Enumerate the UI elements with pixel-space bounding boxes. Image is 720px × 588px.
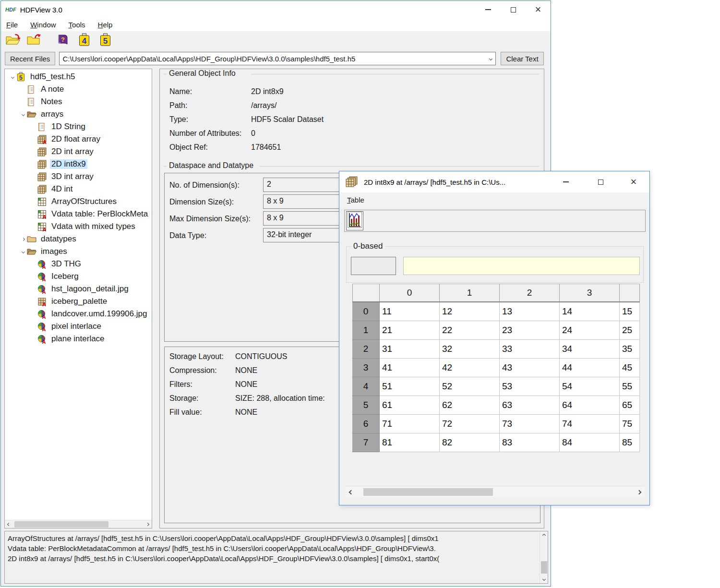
tree-horizontal-scrollbar[interactable] — [5, 520, 152, 528]
tree-item[interactable]: 3D int array — [5, 170, 152, 183]
minimize-button[interactable] — [476, 1, 501, 18]
table-cell[interactable]: 45 — [620, 359, 640, 377]
row-header[interactable]: 0 — [352, 302, 380, 321]
row-header[interactable]: 4 — [352, 377, 380, 396]
table-cell[interactable]: 23 — [500, 321, 560, 340]
open-file-button[interactable] — [5, 33, 21, 48]
table-cell[interactable]: 52 — [440, 377, 500, 396]
scroll-right-button[interactable] — [144, 520, 152, 528]
column-header[interactable]: 2 — [500, 284, 560, 301]
file-path-input[interactable] — [60, 52, 482, 65]
line-plot-button[interactable] — [346, 211, 363, 230]
row-header[interactable]: 7 — [352, 433, 380, 452]
column-header[interactable]: 0 — [380, 284, 440, 301]
tree-item[interactable]: ArrayOfStructures — [5, 195, 152, 208]
table-cell[interactable]: 72 — [440, 415, 500, 433]
clear-text-button[interactable]: Clear Text — [501, 52, 543, 65]
table-cell[interactable]: 64 — [560, 396, 620, 415]
tree-item[interactable]: datatypes — [5, 233, 152, 245]
column-header-partial[interactable] — [620, 284, 640, 301]
tree-item[interactable]: 5hdf5_test.h5 — [5, 71, 152, 83]
scroll-left-button[interactable] — [5, 520, 13, 528]
log-vertical-scrollbar[interactable] — [540, 531, 548, 583]
tree-item[interactable]: Notes — [5, 96, 152, 108]
menu-item-window[interactable]: Window — [30, 21, 56, 29]
hdf5-button[interactable]: 5 — [97, 33, 113, 48]
table-cell[interactable]: 85 — [620, 433, 640, 452]
tree-item[interactable]: A2D float array — [5, 133, 152, 145]
scrollbar-thumb[interactable] — [14, 521, 108, 528]
table-cell[interactable]: 81 — [380, 433, 440, 452]
table-cell[interactable]: 83 — [500, 433, 560, 452]
table-cell[interactable]: 53 — [500, 377, 560, 396]
tree-item[interactable]: Aiceberg_palette — [5, 295, 152, 308]
table-cell[interactable]: 25 — [620, 321, 640, 340]
tree-item[interactable]: images — [5, 245, 152, 258]
minimize-button[interactable] — [549, 171, 583, 192]
table-cell[interactable]: 41 — [380, 359, 440, 377]
row-header[interactable]: 5 — [352, 396, 380, 415]
recent-files-button[interactable]: Recent Files — [5, 52, 55, 65]
scroll-left-button[interactable] — [345, 486, 357, 498]
scroll-down-button[interactable] — [540, 575, 548, 583]
menu-item-file[interactable]: File — [6, 21, 18, 29]
table-horizontal-scrollbar[interactable] — [345, 486, 645, 497]
menu-item-table[interactable]: Table — [347, 196, 364, 204]
cell-value-field[interactable] — [403, 257, 640, 275]
column-header[interactable]: 1 — [440, 284, 500, 301]
file-path-combobox[interactable] — [59, 52, 496, 65]
table-cell[interactable]: 43 — [500, 359, 560, 377]
row-header[interactable]: 1 — [352, 321, 380, 340]
table-cell[interactable]: 71 — [380, 415, 440, 433]
table-cell[interactable]: 55 — [620, 377, 640, 396]
tree-item[interactable]: AIceberg — [5, 270, 152, 283]
chevron-down-icon[interactable] — [489, 57, 492, 60]
table-cell[interactable]: 65 — [620, 396, 640, 415]
table-cell[interactable]: 73 — [500, 415, 560, 433]
row-header[interactable]: 6 — [352, 415, 380, 433]
table-cell[interactable]: 14 — [560, 302, 620, 321]
tree-item[interactable]: A note — [5, 83, 152, 96]
table-cell[interactable]: 84 — [560, 433, 620, 452]
tree-item[interactable]: Ahst_lagoon_detail.jpg — [5, 283, 152, 295]
table-cell[interactable]: 33 — [500, 340, 560, 359]
table-cell[interactable]: 61 — [380, 396, 440, 415]
close-button[interactable]: × — [526, 1, 551, 18]
expander-open-icon[interactable] — [9, 76, 16, 78]
row-header[interactable]: 3 — [352, 359, 380, 377]
scrollbar-thumb[interactable] — [363, 488, 493, 496]
table-cell[interactable]: 31 — [380, 340, 440, 359]
scrollbar-thumb[interactable] — [541, 561, 547, 574]
table-cell[interactable]: 32 — [440, 340, 500, 359]
menu-item-tools[interactable]: Tools — [69, 21, 85, 29]
scroll-up-button[interactable] — [540, 531, 548, 540]
expander-open-icon[interactable] — [19, 113, 27, 116]
tree-item[interactable]: Aplane interlace — [5, 333, 152, 345]
table-cell[interactable]: 51 — [380, 377, 440, 396]
table-cell[interactable]: 74 — [560, 415, 620, 433]
tree-item[interactable]: AVdata with mixed types — [5, 220, 152, 233]
maximize-button[interactable] — [583, 171, 618, 192]
hdf4-button[interactable]: 4 — [76, 33, 92, 48]
close-file-button[interactable] — [26, 33, 42, 48]
tree-item[interactable]: arrays — [5, 108, 152, 120]
maximize-button[interactable] — [501, 1, 526, 18]
table-cell[interactable]: 15 — [620, 302, 640, 321]
tree-item[interactable]: 1D String — [5, 120, 152, 133]
table-cell[interactable]: 13 — [500, 302, 560, 321]
tree-item[interactable]: Apixel interlace — [5, 320, 152, 333]
row-header[interactable]: 2 — [352, 340, 380, 359]
status-log-area[interactable]: ArrayOfStructures at /arrays/ [hdf5_test… — [4, 531, 548, 584]
table-corner-cell[interactable] — [352, 284, 380, 301]
tree-item[interactable]: 4D int — [5, 183, 152, 195]
tree-item[interactable]: A3D THG — [5, 258, 152, 270]
table-cell[interactable]: 12 — [440, 302, 500, 321]
expander-closed-icon[interactable] — [19, 238, 27, 240]
table-cell[interactable]: 21 — [380, 321, 440, 340]
cell-reference-field[interactable] — [351, 257, 396, 275]
tree-item[interactable]: Alandcover.umd.199906.jpg — [5, 308, 152, 320]
table-cell[interactable]: 62 — [440, 396, 500, 415]
table-cell[interactable]: 34 — [560, 340, 620, 359]
table-cell[interactable]: 22 — [440, 321, 500, 340]
table-cell[interactable]: 75 — [620, 415, 640, 433]
